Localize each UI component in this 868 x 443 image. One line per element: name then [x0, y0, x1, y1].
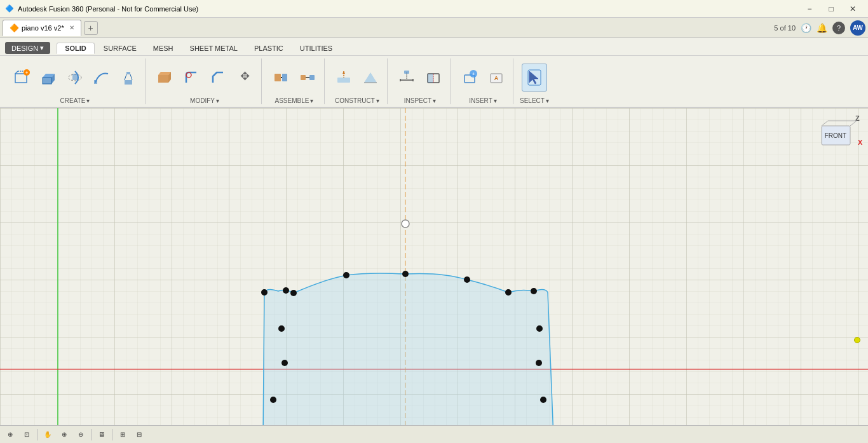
toolbar-group-modify: ✥ MODIFY ▾	[148, 58, 262, 104]
minimize-button[interactable]: −	[799, 2, 820, 16]
sweep-button[interactable]	[89, 64, 114, 92]
modify-dropdown-icon: ▾	[216, 97, 219, 104]
control-point[interactable]	[281, 360, 288, 366]
decal-icon: A	[487, 69, 505, 86]
revolve-button[interactable]	[62, 64, 88, 92]
tab-surface[interactable]: SURFACE	[96, 43, 144, 53]
control-point[interactable]	[540, 397, 546, 403]
toolbar-group-create: +	[5, 58, 146, 104]
section-analysis-button[interactable]	[421, 64, 446, 92]
close-button[interactable]: ✕	[843, 2, 863, 16]
zoom-out-button[interactable]: ⊖	[73, 428, 88, 442]
tab-info: 5 of 10 🕐 🔔 ? AW	[774, 20, 865, 36]
control-point[interactable]	[505, 289, 512, 296]
construct-dropdown-icon: ▾	[376, 97, 379, 104]
display-mode-button[interactable]: 🖥	[94, 428, 109, 442]
fillet-button[interactable]	[179, 64, 204, 92]
toolbar-group-inspect: INSPECT ▾	[390, 58, 451, 104]
decal-button[interactable]: A	[484, 64, 509, 92]
svg-rect-35	[404, 71, 409, 74]
design-label: DESIGN	[11, 44, 38, 52]
control-point[interactable]	[531, 288, 537, 294]
tab-mesh[interactable]: MESH	[146, 43, 181, 53]
help-icon[interactable]: ?	[832, 22, 845, 34]
chamfer-icon	[209, 69, 227, 86]
joint-button[interactable]	[268, 64, 294, 92]
design-dropdown-icon: ▾	[40, 44, 44, 52]
yellow-indicator	[854, 337, 860, 343]
add-tab-button[interactable]: +	[84, 21, 98, 35]
press-pull-button[interactable]	[152, 64, 177, 92]
design-mode-button[interactable]: DESIGN ▾	[5, 42, 50, 54]
svg-text:FRONT: FRONT	[825, 132, 846, 139]
fit-to-screen-button[interactable]: ⊡	[19, 428, 34, 442]
window-controls: − □ ✕	[799, 2, 863, 16]
control-point[interactable]	[290, 290, 297, 296]
tab-utilities[interactable]: UTILITIES	[292, 43, 340, 53]
rigid-group-button[interactable]	[295, 64, 320, 92]
svg-rect-6	[43, 78, 51, 84]
new-sketch-button[interactable]: +	[9, 64, 34, 92]
snap-toggle-button[interactable]: ⊟	[132, 428, 147, 442]
toolbar-separator	[37, 429, 37, 440]
insert-label: INSERT ▾	[469, 97, 497, 104]
viewport[interactable]: Z X FRONT	[0, 108, 868, 425]
open-control-point[interactable]	[402, 220, 409, 228]
control-point[interactable]	[343, 272, 349, 278]
create-tools: +	[9, 58, 141, 96]
grid-canvas	[0, 108, 868, 425]
loft-button[interactable]	[116, 64, 141, 92]
move-button[interactable]: ✥	[232, 64, 257, 92]
chamfer-button[interactable]	[205, 64, 231, 92]
rigid-group-icon	[299, 69, 316, 86]
measure-button[interactable]	[394, 64, 419, 92]
control-point[interactable]	[402, 271, 409, 277]
control-point[interactable]	[283, 287, 289, 294]
zoom-in-button[interactable]: ⊕	[57, 428, 72, 442]
tab-solid[interactable]: SOLID	[57, 43, 95, 54]
grid-toggle-button[interactable]: ⊞	[115, 428, 130, 442]
svg-rect-21	[282, 74, 287, 81]
select-dropdown-icon: ▾	[546, 97, 549, 104]
svg-rect-13	[125, 80, 132, 85]
notifications-icon[interactable]: 🔔	[817, 23, 827, 33]
control-point[interactable]	[278, 325, 285, 332]
history-icon[interactable]: 🕐	[801, 23, 811, 33]
fillet-icon	[182, 69, 200, 86]
user-avatar[interactable]: AW	[850, 20, 865, 36]
new-sketch-icon: +	[13, 69, 31, 86]
app-title: Autodesk Fusion 360 (Personal - Not for …	[18, 5, 198, 13]
control-point[interactable]	[270, 397, 276, 403]
svg-rect-38	[428, 74, 433, 83]
control-point[interactable]	[261, 289, 268, 296]
tab-sheet-metal[interactable]: SHEET METAL	[182, 43, 245, 53]
toolbar-tabs: DESIGN ▾ SOLID SURFACE MESH SHEET METAL …	[0, 38, 868, 56]
modify-label: MODIFY ▾	[190, 97, 219, 104]
insert-mesh-icon: +	[461, 69, 478, 86]
select-tools	[522, 58, 547, 96]
tab-close-button[interactable]: ✕	[69, 24, 74, 31]
control-point[interactable]	[464, 276, 470, 283]
svg-rect-24	[309, 75, 315, 80]
titlebar: 🔷 Autodesk Fusion 360 (Personal - Not fo…	[0, 0, 868, 18]
select-button[interactable]	[522, 64, 547, 92]
control-point[interactable]	[536, 325, 543, 332]
offset-plane-button[interactable]	[331, 64, 356, 92]
maximize-button[interactable]: □	[821, 2, 841, 16]
svg-rect-14	[126, 72, 130, 74]
extrude-button[interactable]	[36, 64, 61, 92]
tab-plastic[interactable]: PLASTIC	[247, 43, 291, 53]
pan-button[interactable]: ✋	[40, 428, 55, 442]
toolbar-group-construct: CONSTRUCT ▾	[327, 58, 388, 104]
control-point[interactable]	[536, 360, 542, 366]
svg-text:✥: ✥	[240, 70, 250, 83]
svg-text:+: +	[25, 71, 28, 75]
active-tab[interactable]: 🔶 piano v16 v2* ✕	[3, 20, 81, 36]
offset-plane-icon	[335, 69, 353, 86]
home-view-button[interactable]: ⊕	[3, 428, 18, 442]
svg-text:+: +	[472, 71, 475, 77]
svg-rect-12	[94, 80, 97, 84]
plane-at-angle-button[interactable]	[358, 64, 383, 92]
insert-mesh-button[interactable]: +	[457, 64, 482, 92]
viewcube[interactable]: Z X FRONT	[812, 113, 863, 164]
